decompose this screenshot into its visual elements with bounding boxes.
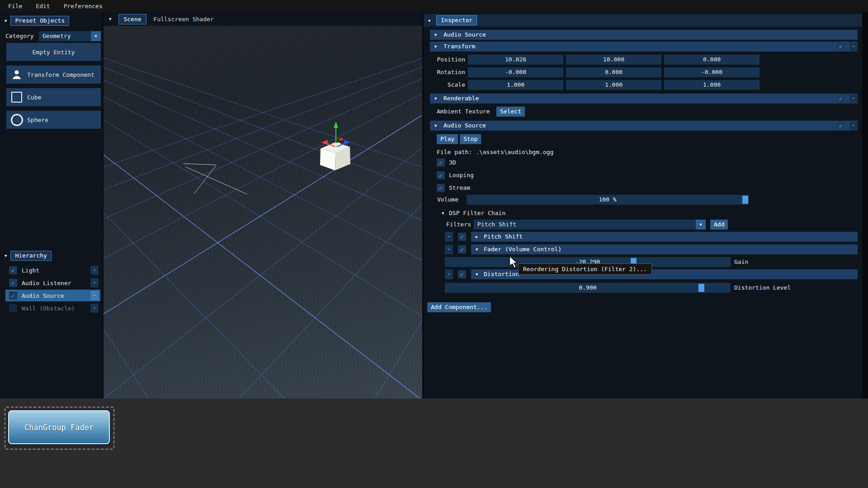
remove-filter-button[interactable]: - [445,244,453,254]
rotation-z-field[interactable]: -0.000 [664,67,760,77]
position-y-field[interactable]: 10.000 [566,55,661,65]
check-icon: ✓ [439,184,443,192]
hierarchy-item-light[interactable]: ✓ Light - [5,264,100,276]
ambient-texture-label: Ambient Texture [437,107,490,117]
filter-enabled-checkbox[interactable]: ✓ [458,233,466,241]
section-title: Renderable [443,95,479,102]
check-icon: ✓ [460,233,464,241]
scene-tab-bar: ▼ Scene Fullscreen Shader [104,12,422,26]
scale-x-field[interactable]: 1.000 [468,80,563,90]
category-dropdown[interactable]: Geometry ▼ [39,31,101,41]
caret-down-icon: ▼ [5,19,7,23]
chevron-down-icon[interactable]: ▼ [696,220,706,230]
stop-button[interactable]: Stop [460,134,481,144]
remove-button[interactable]: - [90,278,99,287]
remove-component-button[interactable]: - [849,121,858,130]
renderable-section-header[interactable]: ▼ Renderable ✓ - [430,94,858,103]
remove-button[interactable]: - [90,291,99,300]
reorder-tooltip: Reordering Distortion (Filter 2)... [518,263,652,275]
mouse-cursor-icon [509,256,519,270]
distortion-level-slider[interactable]: 0.900 [445,283,731,293]
ambient-texture-row: Ambient Texture Select [424,107,862,117]
caret-down-icon[interactable]: ▼ [428,19,430,23]
remove-button[interactable]: - [90,266,99,275]
row-label: Scale [430,80,465,90]
select-texture-button[interactable]: Select [496,107,525,117]
visibility-checkbox[interactable]: ✓ [9,304,17,312]
transform-section-header[interactable]: ▼ Transform ✓ - [430,42,858,52]
position-x-field[interactable]: 10.026 [468,55,563,65]
rotation-y-field[interactable]: 0.000 [566,67,661,77]
remove-component-button[interactable]: - [849,94,858,103]
add-filter-button[interactable]: Add [710,220,728,230]
caret-down-icon: ▼ [434,42,437,52]
volume-slider[interactable]: 100 % [467,195,749,205]
remove-filter-button[interactable]: - [445,269,453,279]
caret-down-icon: ▼ [442,208,444,218]
tab-scene[interactable]: Scene [118,14,146,24]
caret-down-icon: ▼ [434,121,437,131]
looping-checkbox[interactable]: ✓ [437,171,445,179]
remove-filter-button[interactable]: - [445,232,453,242]
rotation-x-field[interactable]: -0.000 [468,67,563,77]
option-stream-row: ✓ Stream [424,183,862,193]
preset-item-empty-entity[interactable]: Empty Entity [6,43,101,61]
hierarchy-item-label: Wall (Obstacle) [22,305,75,312]
component-enabled-checkbox[interactable]: ✓ [837,94,845,103]
tab-fullscreen-shader[interactable]: Fullscreen Shader [154,16,214,23]
slider-value: 0.900 [445,283,731,293]
filter-enabled-checkbox[interactable]: ✓ [458,270,466,278]
menu-item-edit[interactable]: Edit [36,3,50,9]
component-enabled-checkbox[interactable]: ✓ [837,122,845,130]
visibility-checkbox[interactable]: ✓ [9,266,17,274]
preset-item-label: Sphere [27,117,48,123]
filter-type-dropdown[interactable]: Pitch Shift ▼ [474,220,706,230]
filters-label: Filters [446,220,471,230]
caret-down-icon[interactable]: ▼ [109,17,111,21]
filter-row-fader: - ✓ ▼ Fader (Volume Control) [424,244,862,254]
stream-checkbox[interactable]: ✓ [437,184,445,192]
dsp-filter-chain-node[interactable]: ▼ DSP Filter Chain [424,208,862,218]
viewport-render [104,26,422,399]
filter-header[interactable]: ▼ Fader (Volume Control) [471,244,858,254]
position-row: Position 10.026 10.000 0.000 [424,55,862,65]
check-icon: ✓ [839,122,843,130]
preset-item-sphere[interactable]: Sphere [6,111,101,129]
filter-enabled-checkbox[interactable]: ✓ [458,245,466,253]
filter-name: Fader (Volume Control) [484,246,561,253]
play-button[interactable]: Play [437,134,458,144]
scale-z-field[interactable]: 1.000 [664,80,760,90]
panel-title: Preset Objects [10,16,69,26]
component-enabled-checkbox[interactable]: ✓ [837,42,845,51]
visibility-checkbox[interactable]: ✓ [9,279,17,287]
position-z-field[interactable]: 0.000 [664,55,760,65]
chevron-down-icon[interactable]: ▼ [91,31,101,41]
scale-y-field[interactable]: 1.000 [566,80,661,90]
hierarchy-item-audio-listener[interactable]: ✓ Audio Listener - [5,277,100,289]
filter-header[interactable]: ▶ Pitch Shift [471,232,858,242]
changroup-fader-button[interactable]: ChanGroup Fader [8,410,110,444]
preset-item-transform-component[interactable]: Transform Component [6,66,101,84]
check-icon: ✓ [439,159,443,167]
visibility-checkbox[interactable]: ✓ [9,291,17,300]
playback-row: Play Stop [424,134,862,144]
menu-item-preferences[interactable]: Preferences [64,3,103,9]
menu-item-file[interactable]: File [8,3,22,9]
audio-source-section-header[interactable]: ▼ Audio Source ✓ - [430,121,858,131]
hierarchy-header[interactable]: ▼ Hierarchy [5,251,52,261]
remove-button[interactable]: - [90,304,99,313]
preset-objects-header[interactable]: ▼ Preset Objects [5,16,69,26]
add-component-button[interactable]: Add Component... [427,302,491,312]
remove-component-button[interactable]: - [849,42,858,51]
preset-item-cube[interactable]: Cube [6,88,101,106]
scene-viewport[interactable] [104,26,422,399]
hierarchy-item-audio-source[interactable]: ✓ Audio Source - [5,290,100,301]
tree-node-label: DSP Filter Chain [449,208,505,218]
3d-checkbox[interactable]: ✓ [437,159,445,167]
square-icon [6,92,27,103]
entity-header-audio-source[interactable]: ▼ Audio Source [430,30,858,40]
filter-type-value: Pitch Shift [477,221,516,228]
hierarchy-item-wall-obstacle[interactable]: ✓ Wall (Obstacle) - [5,302,100,314]
option-label: Looping [449,170,474,180]
hierarchy-item-label: Light [22,267,39,274]
